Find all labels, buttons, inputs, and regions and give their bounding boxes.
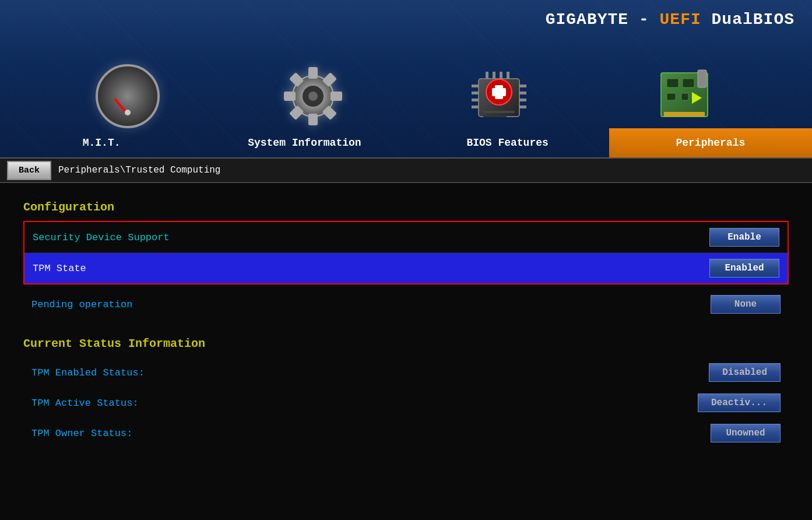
svg-rect-36 (698, 70, 706, 87)
tpm-state-row[interactable]: TPM State Enabled (24, 253, 788, 283)
svg-rect-27 (483, 111, 515, 113)
security-device-support-row: Security Device Support Enable (24, 222, 788, 253)
pending-operation-row: Pending operation None (23, 289, 789, 319)
chip-icon (467, 64, 531, 128)
svg-rect-17 (519, 92, 526, 94)
gigabyte-title: GIGABYTE - UEFI DualBIOS (546, 10, 795, 29)
pending-operation-label: Pending operation (31, 299, 132, 310)
tpm-state-button[interactable]: Enabled (709, 259, 779, 277)
current-status-section: Current Status Information TPM Enabled S… (23, 337, 789, 448)
svg-rect-5 (331, 92, 342, 101)
tab-mit[interactable]: M.I.T. (0, 128, 203, 157)
speedometer-icon (96, 64, 160, 128)
nav-tabs: M.I.T. System Information BIOS Features … (0, 128, 812, 157)
title-uefi: UEFI (660, 10, 701, 29)
security-device-support-button[interactable]: Enable (709, 228, 779, 247)
configuration-section: Security Device Support Enable TPM State… (23, 221, 789, 284)
svg-rect-19 (519, 106, 526, 108)
svg-rect-18 (519, 99, 526, 101)
svg-rect-31 (667, 79, 679, 87)
tpm-enabled-status-label: TPM Enabled Status: (31, 367, 145, 378)
svg-rect-16 (519, 85, 526, 87)
svg-rect-23 (507, 72, 509, 79)
system-information-icon-wrapper (281, 64, 345, 128)
title-gigabyte: GIGABYTE - (546, 10, 660, 29)
tpm-active-status-button[interactable]: Deactiv... (698, 393, 781, 412)
mit-icon-wrapper (96, 64, 160, 128)
current-status-title: Current Status Information (23, 337, 789, 350)
svg-rect-30 (664, 112, 705, 117)
svg-rect-3 (308, 67, 318, 79)
tpm-owner-status-label: TPM Owner Status: (31, 428, 132, 439)
gear-icon (281, 64, 345, 128)
tab-bios-features[interactable]: BIOS Features (406, 128, 609, 157)
tpm-owner-status-button[interactable]: Unowned (711, 424, 781, 442)
svg-rect-20 (486, 72, 488, 79)
svg-rect-15 (472, 106, 479, 108)
svg-rect-33 (667, 93, 676, 100)
svg-rect-9 (284, 92, 296, 101)
svg-rect-34 (681, 93, 688, 100)
nav-icons (0, 64, 812, 128)
tab-peripherals[interactable]: Peripherals (609, 128, 812, 157)
svg-rect-14 (472, 99, 479, 101)
tpm-active-status-row: TPM Active Status: Deactiv... (23, 388, 789, 418)
svg-rect-7 (308, 114, 318, 125)
svg-rect-13 (472, 92, 479, 94)
tab-system-information[interactable]: System Information (203, 128, 406, 157)
peripherals-icon-wrapper (652, 64, 716, 128)
tpm-active-status-label: TPM Active Status: (31, 398, 139, 409)
tpm-state-label: TPM State (33, 263, 86, 274)
breadcrumb-path: Peripherals\Trusted Computing (58, 165, 220, 175)
svg-rect-22 (500, 72, 502, 79)
svg-rect-26 (492, 88, 506, 96)
svg-point-2 (308, 92, 318, 101)
configuration-title: Configuration (23, 201, 789, 214)
card-icon (652, 64, 716, 128)
breadcrumb-bar: Back Peripherals\Trusted Computing (0, 157, 812, 183)
tpm-enabled-status-button[interactable]: Disabled (709, 363, 781, 382)
security-device-support-label: Security Device Support (33, 232, 170, 243)
tpm-owner-status-row: TPM Owner Status: Unowned (23, 418, 789, 448)
bios-features-icon-wrapper (467, 64, 531, 128)
svg-rect-32 (683, 79, 694, 87)
main-content: Configuration Security Device Support En… (0, 183, 812, 520)
pending-operation-button[interactable]: None (711, 295, 781, 314)
title-dualbios: DualBIOS (701, 10, 795, 29)
back-button[interactable]: Back (7, 161, 51, 180)
svg-rect-21 (493, 72, 495, 79)
header: GIGABYTE - UEFI DualBIOS (0, 0, 812, 157)
svg-rect-28 (483, 115, 507, 117)
svg-rect-12 (472, 85, 479, 87)
tpm-enabled-status-row: TPM Enabled Status: Disabled (23, 357, 789, 388)
